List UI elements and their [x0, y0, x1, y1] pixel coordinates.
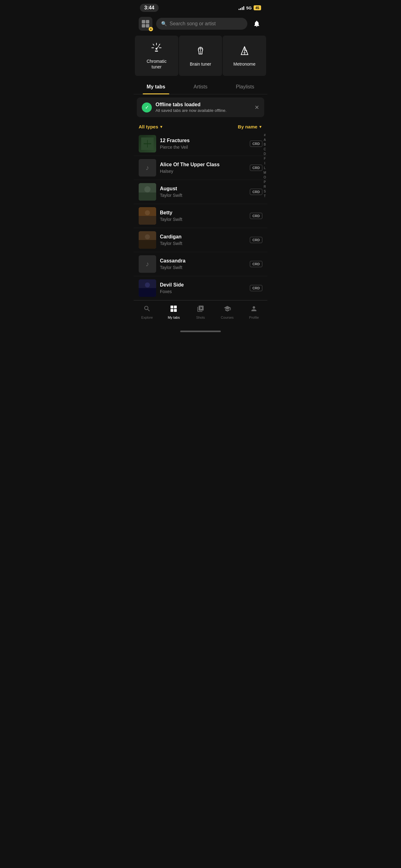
nav-profile[interactable]: Profile	[240, 304, 267, 320]
song-item[interactable]: 12 Fractures Pierce the Veil CRD	[134, 132, 267, 156]
sort-filter-button[interactable]: By name ▼	[238, 124, 262, 129]
tab-artists[interactable]: Artists	[178, 80, 223, 94]
brain-tuner-icon	[195, 45, 206, 58]
offline-subtitle: All saved tabs are now available offline…	[156, 108, 251, 113]
song-thumbnail	[139, 279, 156, 297]
shots-icon	[197, 305, 204, 314]
song-thumbnail: ♪	[139, 255, 156, 273]
courses-label: Courses	[221, 316, 234, 319]
my-tabs-nav-label: My tabs	[168, 316, 180, 319]
profile-label: Profile	[249, 316, 259, 319]
song-title: Cardigan	[160, 234, 246, 240]
song-list: 12 Fractures Pierce the Veil CRD ♪ Alice…	[134, 132, 267, 300]
svg-rect-26	[139, 240, 156, 249]
svg-rect-33	[174, 309, 177, 312]
notifications-button[interactable]	[251, 18, 262, 29]
alpha-i[interactable]: I	[264, 161, 265, 165]
svg-point-13	[246, 50, 247, 52]
svg-line-6	[157, 46, 159, 49]
type-filter-label: All types	[139, 124, 158, 129]
alpha-r[interactable]: R	[264, 185, 266, 189]
song-type-badge: CRD	[250, 189, 262, 195]
alpha-a[interactable]: A	[264, 138, 266, 142]
song-item[interactable]: Betty Taylor Swift CRD	[134, 204, 267, 228]
explore-icon	[143, 305, 151, 314]
brain-tuner-card[interactable]: Brain tuner	[179, 36, 222, 76]
alphabet-index: # A B C D F I L M O P R S T	[262, 132, 267, 300]
song-info: August Taylor Swift	[160, 186, 246, 198]
app-logo[interactable]: +	[139, 17, 153, 31]
courses-icon	[224, 305, 231, 314]
battery-indicator: 45	[254, 5, 261, 10]
svg-rect-23	[139, 216, 156, 225]
metronome-icon	[239, 45, 250, 58]
song-thumbnail	[139, 207, 156, 225]
tab-playlists[interactable]: Playlists	[223, 80, 267, 94]
filter-row: All types ▼ By name ▼	[134, 120, 267, 132]
song-item[interactable]: ♪ Alice Of The Upper Class Halsey CRD	[134, 156, 267, 180]
song-thumbnail	[139, 231, 156, 249]
svg-line-2	[159, 44, 160, 45]
profile-icon	[250, 305, 258, 314]
bottom-navigation: Explore My tabs Shots Courses Profile	[134, 300, 267, 328]
song-note-icon: ♪	[146, 260, 149, 268]
offline-title: Offline tabs loaded	[156, 102, 251, 107]
alpha-b[interactable]: B	[264, 143, 266, 147]
search-bar[interactable]: 🔍 Search song or artist	[156, 18, 247, 30]
home-indicator	[134, 328, 267, 333]
shots-label: Shots	[196, 316, 205, 319]
song-type-badge: CRD	[250, 261, 262, 267]
song-type-badge: CRD	[250, 237, 262, 243]
song-title: Betty	[160, 210, 246, 216]
network-label: 5G	[246, 6, 252, 10]
chromatic-tuner-label: Chromatictuner	[146, 58, 166, 70]
metronome-card[interactable]: Metronome	[223, 36, 266, 76]
metronome-label: Metronome	[233, 61, 256, 67]
alpha-s[interactable]: S	[264, 189, 266, 194]
song-title: 12 Fractures	[160, 138, 246, 144]
signal-bars	[239, 6, 244, 10]
tabs-navigation: My tabs Artists Playlists	[134, 80, 267, 94]
song-item[interactable]: ♪ Cassandra Taylor Swift CRD	[134, 252, 267, 276]
nav-explore[interactable]: Explore	[134, 304, 161, 320]
alpha-o[interactable]: O	[264, 175, 266, 180]
chromatic-tuner-icon	[151, 42, 162, 55]
brain-tuner-label: Brain tuner	[190, 61, 211, 67]
alpha-hash[interactable]: #	[264, 133, 266, 137]
nav-courses[interactable]: Courses	[214, 304, 241, 320]
sort-filter-chevron: ▼	[259, 125, 262, 129]
alpha-f[interactable]: F	[264, 157, 266, 161]
song-artist: Taylor Swift	[160, 193, 246, 198]
my-tabs-icon	[170, 305, 177, 314]
song-artist: Pierce the Veil	[160, 145, 246, 150]
type-filter-button[interactable]: All types ▼	[139, 124, 163, 129]
offline-close-button[interactable]: ✕	[255, 104, 259, 111]
song-info: Betty Taylor Swift	[160, 210, 246, 222]
song-item[interactable]: Devil Side Foxes CRD	[134, 276, 267, 300]
alpha-l[interactable]: L	[264, 166, 266, 170]
svg-line-1	[153, 44, 154, 45]
offline-banner: ✓ Offline tabs loaded All saved tabs are…	[137, 97, 264, 117]
song-thumbnail: ♪	[139, 159, 156, 177]
status-bar: 3:44 5G 45	[134, 0, 267, 14]
search-input[interactable]: Search song or artist	[170, 21, 216, 27]
nav-shots[interactable]: Shots	[187, 304, 214, 320]
offline-text: Offline tabs loaded All saved tabs are n…	[156, 102, 251, 113]
nav-my-tabs[interactable]: My tabs	[161, 304, 188, 320]
song-type-badge: CRD	[250, 213, 262, 219]
svg-rect-29	[139, 288, 156, 297]
song-info: Devil Side Foxes	[160, 282, 246, 294]
alpha-d[interactable]: D	[264, 152, 266, 156]
song-item[interactable]: Cardigan Taylor Swift CRD	[134, 228, 267, 252]
header: + 🔍 Search song or artist	[134, 14, 267, 34]
song-thumbnail	[139, 135, 156, 153]
tab-my-tabs[interactable]: My tabs	[134, 80, 178, 94]
song-artist: Taylor Swift	[160, 241, 246, 246]
offline-check-icon: ✓	[142, 102, 152, 113]
alpha-p[interactable]: P	[264, 180, 266, 184]
alpha-t[interactable]: T	[264, 194, 266, 198]
alpha-c[interactable]: C	[264, 147, 266, 152]
alpha-m[interactable]: M	[264, 170, 266, 175]
chromatic-tuner-card[interactable]: Chromatictuner	[135, 36, 178, 76]
song-item[interactable]: August Taylor Swift CRD	[134, 180, 267, 204]
